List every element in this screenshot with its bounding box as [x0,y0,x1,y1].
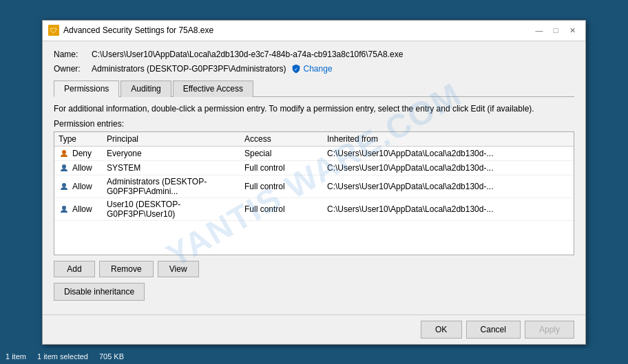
owner-value-row: Administrators (DESKTOP-G0PF3PF\Administ… [92,63,333,74]
window-icon: 🛡 [48,25,59,36]
action-buttons: Add Remove View [54,261,574,277]
row3-inherited: C:\Users\User10\AppData\Local\a2db130d-.… [327,204,569,214]
user-icon [59,181,70,192]
apply-button[interactable]: Apply [525,321,574,339]
permissions-table: Type Principal Access Inherited from Den… [54,131,574,255]
row0-inherited: C:\Users\User10\AppData\Local\a2db130d-.… [327,149,569,158]
tab-auditing[interactable]: Auditing [121,81,171,97]
row0-access: Special [244,149,327,158]
section-label: Permission entries: [54,119,574,129]
title-bar: 🛡 Advanced Security Settings for 75A8.ex… [43,21,585,41]
tab-effective-access[interactable]: Effective Access [173,81,253,97]
shield-icon: ✓ [291,63,302,74]
header-access: Access [244,134,327,144]
row3-principal: User10 (DESKTOP-G0PF3PF\User10) [107,200,244,219]
row1-inherited: C:\Users\User10\AppData\Local\a2db130d-.… [327,163,569,173]
row1-principal: SYSTEM [107,163,244,173]
bottom-section: Disable inheritance [54,283,574,301]
svg-point-4 [62,206,66,210]
svg-text:✓: ✓ [294,67,298,72]
header-type: Type [59,134,107,144]
row2-principal: Administrators (DESKTOP-G0PF3PF\Admini..… [107,177,244,196]
disable-inheritance-button[interactable]: Disable inheritance [54,283,145,301]
svg-point-3 [62,183,66,187]
status-size: 705 KB [99,352,124,361]
row2-inherited: C:\Users\User10\AppData\Local\a2db130d-.… [327,182,569,191]
status-bar: 1 item 1 item selected 705 KB [0,349,628,364]
maximize-button[interactable]: □ [548,23,563,37]
row3-type: Allow [59,204,107,215]
user-icon [59,162,70,173]
table-row[interactable]: Allow Administrators (DESKTOP-G0PF3PF\Ad… [54,175,574,198]
user-icon [59,204,70,215]
row3-access: Full control [244,204,327,214]
view-button[interactable]: View [158,261,199,277]
row1-access: Full control [244,163,327,173]
row2-type: Allow [59,181,107,192]
status-items: 1 item [6,352,26,361]
header-inherited: Inherited from [327,134,569,144]
row0-type: Deny [59,148,107,159]
table-row[interactable]: Deny Everyone Special C:\Users\User10\Ap… [54,147,574,161]
minimize-button[interactable]: — [532,23,547,37]
ok-button[interactable]: OK [421,321,462,339]
owner-value: Administrators (DESKTOP-G0PF3PF\Administ… [92,64,286,74]
svg-point-1 [62,150,66,154]
user-icon [59,148,70,159]
dialog-content: YANTIS WARE.COM Name: C:\Users\User10\Ap… [43,41,585,309]
add-button[interactable]: Add [54,261,95,277]
tabs-container: Permissions Auditing Effective Access [54,80,574,97]
status-selected: 1 item selected [37,352,88,361]
description-text: For additional information, double-click… [54,104,574,114]
row0-principal: Everyone [107,149,244,158]
name-row: Name: C:\Users\User10\AppData\Local\a2db… [54,50,574,59]
name-label: Name: [54,50,92,59]
dialog-footer: OK Cancel Apply [43,314,585,344]
header-principal: Principal [107,134,244,144]
row1-type: Allow [59,162,107,173]
window-title: Advanced Security Settings for 75A8.exe [63,25,213,35]
title-bar-left: 🛡 Advanced Security Settings for 75A8.ex… [48,25,213,36]
owner-label: Owner: [54,64,92,74]
table-header: Type Principal Access Inherited from [54,132,574,147]
main-window: 🛡 Advanced Security Settings for 75A8.ex… [42,20,586,345]
svg-point-2 [62,164,66,169]
title-controls: — □ ✕ [532,23,580,37]
row2-access: Full control [244,182,327,191]
change-label: Change [304,64,333,74]
owner-row: Owner: Administrators (DESKTOP-G0PF3PF\A… [54,63,574,74]
close-button[interactable]: ✕ [565,23,580,37]
name-value: C:\Users\User10\AppData\Local\a2db130d-e… [92,50,403,59]
remove-button[interactable]: Remove [99,261,154,277]
change-link[interactable]: ✓ Change [291,63,333,74]
table-row[interactable]: Allow User10 (DESKTOP-G0PF3PF\User10) Fu… [54,198,574,221]
cancel-button[interactable]: Cancel [466,321,521,339]
tab-permissions[interactable]: Permissions [54,81,119,97]
table-row[interactable]: Allow SYSTEM Full control C:\Users\User1… [54,161,574,175]
